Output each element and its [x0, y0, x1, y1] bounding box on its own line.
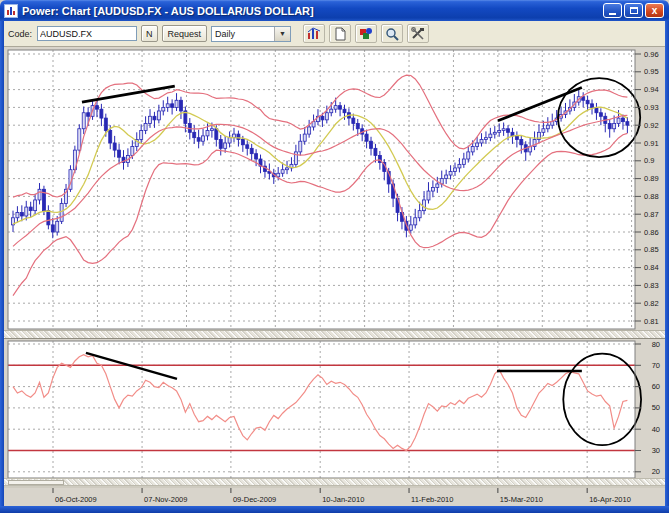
- image-icon: [359, 27, 373, 40]
- svg-text:0.87: 0.87: [644, 210, 659, 219]
- date-tick-label: 11-Feb-2010: [411, 495, 453, 504]
- svg-text:0.83: 0.83: [644, 281, 659, 290]
- svg-text:60: 60: [652, 382, 660, 391]
- window-title: Power: Chart [AUDUSD.FX - AUS DOLLAR/US …: [22, 5, 603, 17]
- svg-text:20: 20: [652, 467, 660, 476]
- window-controls: x: [603, 3, 664, 18]
- svg-text:0.88: 0.88: [644, 192, 659, 201]
- tools-icon: [411, 27, 425, 40]
- svg-text:0.89: 0.89: [644, 174, 659, 183]
- minimize-button[interactable]: [603, 3, 622, 18]
- chart-style-button[interactable]: [303, 24, 325, 43]
- price-panel: [8, 50, 640, 329]
- svg-text:70: 70: [652, 361, 660, 370]
- window-border-left: [0, 21, 4, 506]
- close-button[interactable]: x: [645, 3, 664, 18]
- new-chart-button[interactable]: [329, 24, 351, 43]
- chart-canvas: 0.960.950.940.930.920.910.90.890.880.870…: [4, 47, 665, 506]
- panel-splitter[interactable]: [4, 330, 665, 339]
- svg-text:50: 50: [652, 403, 660, 412]
- zoom-button[interactable]: [381, 24, 403, 43]
- rsi-panel-bg[interactable]: [8, 341, 635, 478]
- svg-text:80: 80: [652, 340, 660, 349]
- window-border-right: [665, 21, 669, 506]
- period-value: Daily: [215, 29, 235, 39]
- date-tick-label: 16-Apr-2010: [589, 495, 631, 504]
- title-bar[interactable]: Power: Chart [AUDUSD.FX - AUS DOLLAR/US …: [0, 0, 669, 21]
- chevron-down-icon: ▼: [274, 27, 290, 41]
- svg-text:0.92: 0.92: [644, 121, 659, 130]
- request-button[interactable]: Request: [162, 25, 208, 42]
- svg-text:0.9: 0.9: [644, 156, 654, 165]
- app-window: Power: Chart [AUDUSD.FX - AUS DOLLAR/US …: [0, 0, 669, 513]
- date-tick-label: 09-Dec-2009: [233, 495, 276, 504]
- svg-text:0.84: 0.84: [644, 263, 659, 272]
- minimize-icon: [609, 13, 616, 15]
- toolbar: Code: N Request Daily ▼: [4, 21, 665, 47]
- svg-text:0.91: 0.91: [644, 139, 659, 148]
- svg-text:0.86: 0.86: [644, 228, 659, 237]
- code-label: Code:: [8, 29, 32, 39]
- chart-icon: [307, 27, 322, 40]
- date-tick-label: 15-Mar-2010: [500, 495, 543, 504]
- indicators-button[interactable]: [355, 24, 377, 43]
- date-tick-label: 07-Nov-2009: [144, 495, 187, 504]
- date-tick-label: 10-Jan-2010: [322, 495, 364, 504]
- svg-text:30: 30: [652, 446, 660, 455]
- zoom-icon: [385, 27, 399, 41]
- settings-button[interactable]: [407, 24, 429, 43]
- svg-text:0.85: 0.85: [644, 245, 659, 254]
- period-select[interactable]: Daily ▼: [211, 26, 291, 42]
- maximize-icon: [630, 7, 638, 14]
- code-input[interactable]: [37, 26, 137, 41]
- rsi-panel: [8, 341, 641, 478]
- price-axis-labels: 0.960.950.940.930.920.910.90.890.880.870…: [635, 50, 659, 326]
- date-axis: 06-Oct-200907-Nov-200909-Dec-200910-Jan-…: [4, 487, 665, 504]
- close-icon: x: [652, 6, 658, 16]
- new-document-icon: [334, 27, 347, 41]
- horizontal-scrollbar[interactable]: [4, 478, 665, 486]
- svg-text:0.95: 0.95: [644, 67, 659, 76]
- svg-text:0.93: 0.93: [644, 103, 659, 112]
- app-icon: [4, 4, 18, 18]
- n-button[interactable]: N: [141, 25, 158, 42]
- svg-text:0.81: 0.81: [644, 317, 659, 326]
- svg-text:0.82: 0.82: [644, 299, 659, 308]
- svg-text:0.96: 0.96: [644, 50, 659, 59]
- rsi-axis-labels: 80706050403020: [635, 340, 660, 477]
- scrollbar-thumb[interactable]: [8, 480, 64, 485]
- window-border-bottom[interactable]: [0, 506, 669, 513]
- date-tick-label: 06-Oct-2009: [55, 495, 97, 504]
- svg-text:0.94: 0.94: [644, 85, 659, 94]
- maximize-button[interactable]: [624, 3, 643, 18]
- svg-text:40: 40: [652, 425, 660, 434]
